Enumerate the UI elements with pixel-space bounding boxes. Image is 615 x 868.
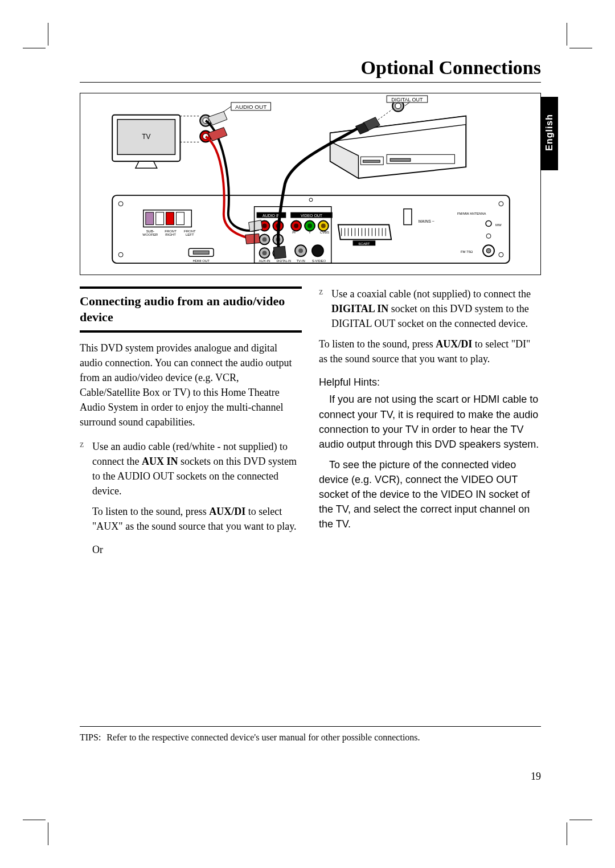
cvbs-label: CVBS [320,231,329,234]
page-number: 19 [531,771,541,783]
page-title: Optional Connections [80,57,541,79]
di-listen-note: To listen to the sound, press AUX/DI to … [319,337,541,366]
tips-label: TIPS: [80,732,101,743]
video-out-label: VIDEO OUT [301,214,323,218]
svg-rect-33 [146,212,154,225]
bullet-aux: z Use an audio cable (red/white - not su… [80,439,302,498]
svg-point-29 [118,252,123,257]
svg-point-83 [486,234,491,238]
svg-rect-41 [193,251,209,254]
svg-text:RIGHT: RIGHT [165,233,176,236]
digital-out-label: DIGITAL OUT [391,97,423,103]
svg-point-64 [312,245,323,256]
svg-point-28 [499,202,503,206]
aux-in-label: AUX-IN [259,259,270,263]
hint-2: To see the picture of the connected vide… [319,457,541,531]
svg-point-27 [118,202,123,206]
svg-marker-2 [136,161,157,168]
mains-label: MAINS ~ [419,219,434,223]
svg-point-59 [308,224,312,228]
audio-out-label: AUDIO OUT [235,104,266,110]
connection-diagram: TV AUDIO OUT [80,93,541,275]
svg-point-20 [395,103,401,109]
tips-footer: TIPS: Refer to the respective connected … [80,726,541,743]
language-label: English [544,114,555,151]
hint-1: If you are not using the scart or HDMI c… [319,392,541,451]
hdmi-out-label: HDMI OUT [192,259,210,263]
scart-label: SCART [358,242,370,245]
svg-text:WOOFER: WOOFER [142,233,158,236]
svg-point-52 [263,251,267,255]
digital-in-label: DIGITAL-IN [277,260,292,263]
tv-label: TV [142,133,150,141]
svg-line-23 [405,103,409,106]
section-heading: Connecting audio from an audio/video dev… [80,286,302,333]
fm-ant-label: FM/MW ANTENNA [457,212,486,215]
svg-rect-17 [390,158,411,161]
bullet-marker: z [319,286,326,331]
svg-point-63 [298,248,303,253]
svg-marker-90 [273,246,286,259]
svg-rect-81 [404,209,412,225]
svg-text:LEFT: LEFT [186,233,194,236]
aux-listen-note: To listen to the sound, press AUX/DI to … [92,504,302,534]
page-header: Optional Connections [80,57,541,83]
svg-marker-88 [249,220,263,232]
svg-point-57 [294,224,298,228]
or-text: Or [92,544,302,556]
y-label: Y [309,231,311,234]
audio-in-label: AUDIO IN [263,214,280,218]
intro-para: This DVD system provides analogue and di… [80,341,302,430]
bullet-marker: z [80,439,87,498]
svg-point-82 [486,221,491,227]
mw-label: MW [495,223,502,227]
svg-point-61 [321,224,326,228]
tv-in-label: TV-IN [296,259,305,263]
svg-point-44 [263,224,267,228]
pr-label: Pr [292,231,296,234]
svg-point-48 [263,237,267,241]
svg-rect-18 [363,160,380,162]
bullet-digital: z Use a coaxial cable (not supplied) to … [319,286,541,331]
svg-rect-35 [166,212,174,225]
svg-line-21 [375,109,392,122]
svg-point-31 [309,198,313,202]
left-column: Connecting audio from an audio/video dev… [80,286,302,556]
svg-marker-65 [338,225,391,240]
svg-point-85 [486,248,491,253]
svg-marker-89 [245,234,260,244]
right-column: z Use a coaxial cable (not supplied) to … [319,286,541,556]
language-tab: English [541,97,558,170]
svg-rect-34 [156,212,164,225]
hints-heading: Helpful Hints: [319,376,541,388]
svg-rect-36 [176,212,184,225]
svg-point-30 [499,252,503,257]
fm-label: FM 75Ω [461,250,473,253]
svideo-label: S-VIDEO [312,259,326,263]
tips-text: Refer to the respective connected device… [106,732,420,742]
